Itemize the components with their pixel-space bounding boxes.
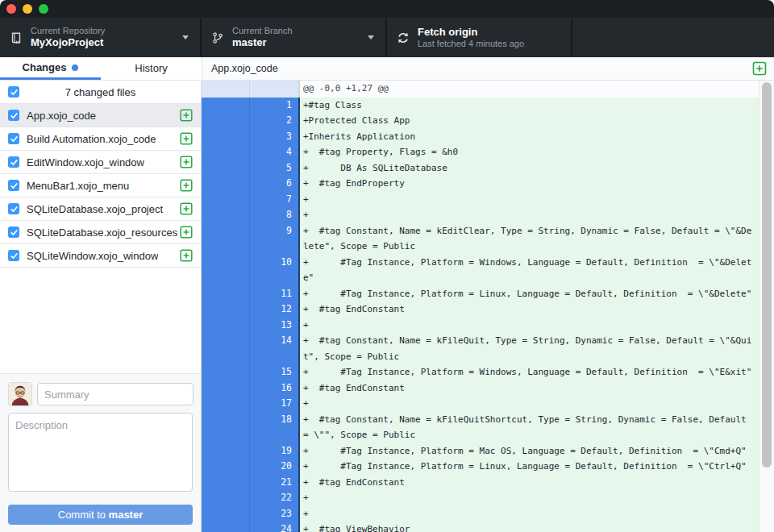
file-row[interactable]: MenuBar1.xojo_menu: [0, 174, 201, 197]
fetch-origin-button[interactable]: Fetch origin Last fetched 4 minutes ago: [387, 18, 572, 57]
diff-gutter-old[interactable]: [202, 412, 250, 443]
diff-gutter-line-number[interactable]: 4: [250, 144, 300, 160]
sidebar-spacer: [0, 268, 201, 373]
branch-switcher[interactable]: Current Branch master: [202, 18, 387, 57]
diff-line-text: + #Tag Instance, Platform = Linux, Langu…: [300, 286, 759, 302]
file-row[interactable]: SQLiteDatabase.xojo_project: [0, 197, 201, 221]
file-row[interactable]: SQLiteWindow.xojo_window: [0, 244, 201, 268]
diff-gutter-line-number[interactable]: 9: [250, 223, 300, 255]
file-checkbox[interactable]: [8, 110, 19, 121]
diff-gutter-old[interactable]: [202, 113, 250, 129]
file-checkbox[interactable]: [8, 250, 19, 261]
diff-gutter-line-number[interactable]: 7: [250, 192, 300, 208]
diff-gutter-line-number[interactable]: 19: [250, 443, 300, 459]
diff-gutter-old[interactable]: [202, 176, 250, 192]
diff-gutter-old[interactable]: [202, 144, 250, 160]
file-row[interactable]: Build Automation.xojo_code: [0, 127, 201, 151]
diff-line-text: + #Tag Instance, Platform = Mac OS, Lang…: [300, 443, 759, 459]
diff-line-text: + #tag EndConstant: [300, 301, 759, 318]
diff-gutter-line-number[interactable]: 23: [250, 506, 300, 522]
diff-gutter-line-number[interactable]: 1: [250, 98, 300, 114]
diff-line: 10 + #Tag Instance, Platform = Windows, …: [202, 255, 759, 286]
diff-gutter-line-number[interactable]: 16: [250, 380, 300, 397]
file-name: Build Automation.xojo_code: [27, 133, 156, 145]
diff-gutter-old[interactable]: [202, 522, 250, 532]
hunk-header-row[interactable]: @@ -0,0 +1,27 @@: [202, 81, 759, 98]
scrollbar-thumb[interactable]: [762, 82, 772, 468]
diff-gutter-line-number[interactable]: 21: [250, 475, 300, 491]
diff-gutter-line-number[interactable]: 2: [250, 113, 300, 129]
file-checkbox[interactable]: [8, 156, 19, 168]
diff-gutter-line-number[interactable]: 8: [250, 207, 300, 223]
tab-history-label: History: [135, 62, 167, 74]
chevron-down-icon: [182, 35, 189, 39]
diff-gutter-old[interactable]: [202, 223, 250, 255]
diff-gutter-line-number[interactable]: 11: [250, 286, 300, 302]
description-input[interactable]: [8, 413, 193, 492]
minimize-button[interactable]: [23, 4, 32, 14]
diff-gutter-line-number[interactable]: 5: [250, 160, 300, 177]
diff-gutter-line-number[interactable]: 3: [250, 129, 300, 145]
diff-gutter-line-number[interactable]: 22: [250, 490, 300, 506]
diff-gutter-old[interactable]: [202, 333, 250, 364]
added-status-icon: [180, 179, 193, 192]
file-name: MenuBar1.xojo_menu: [27, 180, 129, 192]
file-row[interactable]: App.xojo_code: [0, 104, 201, 127]
diff-gutter-old[interactable]: [202, 475, 250, 491]
diff-gutter-old[interactable]: [202, 364, 250, 380]
hunk-header-text: @@ -0,0 +1,27 @@: [300, 81, 759, 98]
diff-gutter-line-number[interactable]: 20: [250, 459, 300, 475]
repository-switcher[interactable]: Current Repository MyXojoProject: [0, 18, 202, 57]
diff-gutter-old[interactable]: [202, 301, 250, 318]
diff-gutter-line-number[interactable]: 10: [250, 255, 300, 286]
hunk-gutter-new: [250, 81, 300, 98]
file-checkbox[interactable]: [8, 227, 19, 238]
repository-name: MyXojoProject: [31, 36, 105, 49]
diff-gutter-line-number[interactable]: 24: [250, 522, 300, 532]
diff-gutter-line-number[interactable]: 14: [250, 333, 300, 364]
diff-line-text: +Protected Class App: [300, 113, 759, 129]
close-button[interactable]: [6, 4, 16, 14]
summary-input[interactable]: [37, 383, 194, 405]
commit-button[interactable]: Commit to master: [8, 505, 193, 525]
diff-gutter-line-number[interactable]: 15: [250, 364, 300, 380]
diff-gutter-old[interactable]: [202, 192, 250, 208]
diff-gutter-line-number[interactable]: 6: [250, 176, 300, 192]
select-all-checkbox[interactable]: [8, 86, 19, 98]
file-checkbox[interactable]: [8, 180, 19, 191]
diff-gutter-old[interactable]: [202, 129, 250, 145]
diff-line: 20 + #Tag Instance, Platform = Linux, La…: [202, 459, 759, 475]
diff-line: 21 + #tag EndConstant: [202, 475, 759, 491]
diff-gutter-line-number[interactable]: 12: [250, 301, 300, 318]
diff-gutter-line-number[interactable]: 13: [250, 318, 300, 334]
diff-line: 14 + #tag Constant, Name = kFileQuit, Ty…: [202, 333, 759, 364]
diff-gutter-old[interactable]: [202, 255, 250, 286]
diff-gutter-old[interactable]: [202, 506, 250, 522]
diff-line-text: + #tag Constant, Name = kFileQuit, Type …: [300, 333, 759, 364]
diff-gutter-line-number[interactable]: 18: [250, 412, 300, 443]
diff-gutter-old[interactable]: [202, 380, 250, 397]
tab-changes-label: Changes: [23, 61, 67, 73]
diff-line-text: + #Tag Instance, Platform = Linux, Langu…: [300, 459, 759, 475]
diff-gutter-old[interactable]: [202, 286, 250, 302]
tab-history[interactable]: History: [101, 57, 202, 80]
commit-box: Commit to master: [0, 373, 201, 532]
file-row[interactable]: SQLiteDatabase.xojo_resources: [0, 221, 201, 244]
diff-gutter-old[interactable]: [202, 98, 250, 114]
diff-gutter-old[interactable]: [202, 207, 250, 223]
added-file-icon: [752, 61, 767, 76]
file-name: EditWindow.xojo_window: [27, 156, 144, 168]
file-row[interactable]: EditWindow.xojo_window: [0, 151, 201, 174]
diff-gutter-old[interactable]: [202, 490, 250, 506]
diff-gutter-old[interactable]: [202, 443, 250, 459]
file-checkbox[interactable]: [8, 203, 19, 214]
fetch-subtitle: Last fetched 4 minutes ago: [418, 39, 524, 50]
file-checkbox[interactable]: [8, 133, 19, 144]
diff-gutter-line-number[interactable]: 17: [250, 396, 300, 412]
diff-gutter-old[interactable]: [202, 318, 250, 334]
diff-gutter-old[interactable]: [202, 160, 250, 177]
diff-gutter-old[interactable]: [202, 396, 250, 412]
diff-gutter-old[interactable]: [202, 459, 250, 475]
tab-changes[interactable]: Changes: [0, 57, 101, 80]
zoom-button[interactable]: [39, 4, 48, 14]
